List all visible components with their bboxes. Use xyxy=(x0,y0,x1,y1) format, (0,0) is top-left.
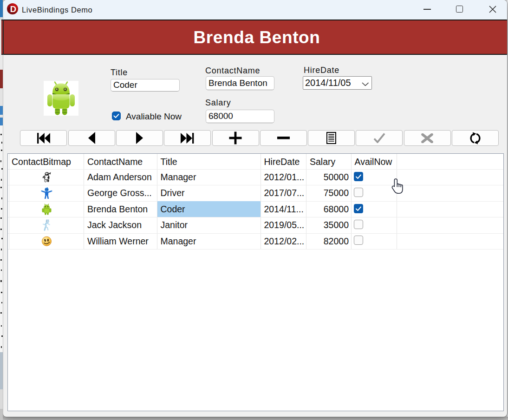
svg-text:D: D xyxy=(10,4,16,14)
